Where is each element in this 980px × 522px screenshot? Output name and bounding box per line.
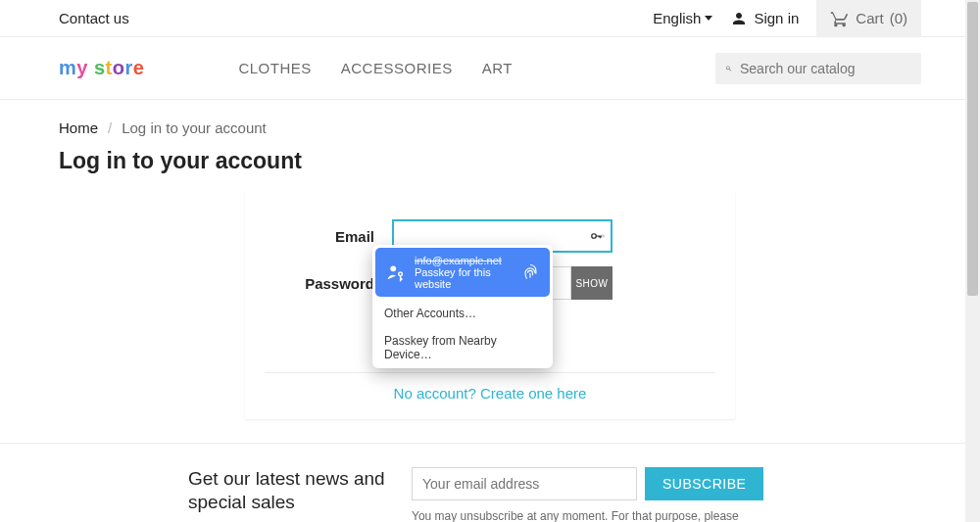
breadcrumb: Home / Log in to your account (0, 100, 980, 144)
newsletter-footer: Get our latest news and special sales SU… (0, 443, 980, 522)
cart-count: (0) (890, 10, 907, 26)
language-label: English (653, 10, 701, 26)
top-bar: Contact us English Sign in Cart (0) (0, 0, 980, 37)
show-password-button[interactable]: SHOW (571, 266, 612, 300)
newsletter-note: You may unsubscribe at any moment. For t… (412, 508, 745, 522)
page-title: Log in to your account (0, 144, 980, 192)
person-key-icon (385, 261, 407, 283)
main-nav: my store CLOTHES ACCESSORIES ART (0, 37, 980, 100)
nav-accessories[interactable]: ACCESSORIES (341, 60, 453, 76)
signin-label: Sign in (754, 10, 799, 26)
breadcrumb-separator: / (108, 119, 112, 136)
nav-clothes[interactable]: CLOTHES (238, 60, 311, 76)
search-icon (725, 60, 732, 77)
page-scrollbar[interactable] (965, 0, 980, 522)
logo[interactable]: my store (59, 57, 144, 79)
create-account-link[interactable]: No account? Create one here (265, 385, 715, 402)
passkey-subtitle: Passkey for this website (415, 266, 513, 290)
search-box[interactable] (715, 53, 921, 84)
passkey-popup: info@example.net Passkey for this websit… (372, 245, 553, 368)
newsletter-email-field[interactable] (412, 467, 637, 500)
passkey-primary-option[interactable]: info@example.net Passkey for this websit… (375, 248, 550, 297)
fingerprint-icon (520, 262, 540, 282)
newsletter-title: Get our latest news and special sales (188, 467, 412, 514)
signin-link[interactable]: Sign in (730, 10, 799, 27)
language-select[interactable]: English (653, 10, 712, 26)
scrollbar-thumb[interactable] (967, 2, 978, 296)
nav-art[interactable]: ART (482, 60, 513, 76)
divider (265, 372, 715, 373)
chevron-down-icon (705, 16, 712, 21)
person-icon (730, 10, 748, 27)
breadcrumb-current: Log in to your account (122, 119, 267, 136)
svg-point-0 (592, 234, 597, 239)
cart-button[interactable]: Cart (0) (816, 0, 921, 37)
breadcrumb-home[interactable]: Home (59, 119, 98, 136)
svg-point-2 (399, 272, 403, 276)
key-icon[interactable] (588, 227, 606, 245)
email-label: Email (265, 228, 392, 245)
search-input[interactable] (740, 61, 911, 76)
cart-label: Cart (856, 10, 883, 26)
subscribe-button[interactable]: SUBSCRIBE (645, 467, 763, 500)
contact-link[interactable]: Contact us (59, 10, 129, 26)
svg-point-1 (390, 265, 396, 271)
cart-icon (830, 9, 850, 28)
other-accounts-option[interactable]: Other Accounts… (372, 300, 553, 327)
passkey-email: info@example.net (415, 255, 513, 266)
nearby-device-option[interactable]: Passkey from Nearby Device… (372, 327, 553, 368)
